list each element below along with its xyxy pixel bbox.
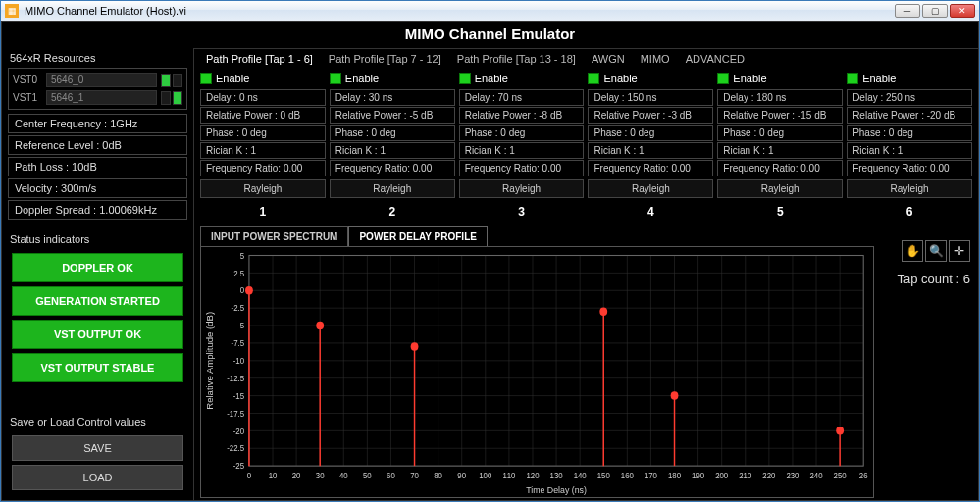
vst1-value[interactable]: 5646_1: [46, 90, 157, 105]
tap-1-power[interactable]: Relative Power : 0 dB: [200, 107, 326, 124]
tap-6-power[interactable]: Relative Power : -20 dB: [847, 107, 972, 124]
pan-tool-icon[interactable]: ✋: [902, 240, 923, 262]
tap-2-number: 2: [330, 199, 455, 219]
tap-3-enable[interactable]: Enable: [459, 71, 585, 88]
status-generation-started: GENERATION STARTED: [12, 286, 183, 316]
tap-2-rician[interactable]: Rician K : 1: [330, 142, 455, 159]
tap-3-rician[interactable]: Rician K : 1: [459, 142, 585, 159]
tap-2-enable[interactable]: Enable: [330, 71, 455, 88]
tap-2-rayleigh-button[interactable]: Rayleigh: [330, 179, 455, 198]
svg-text:-17.5: -17.5: [227, 409, 244, 418]
tap-1-rician[interactable]: Rician K : 1: [200, 142, 326, 159]
svg-text:80: 80: [434, 472, 442, 480]
svg-text:-22.5: -22.5: [227, 444, 244, 453]
plot-tab-input-spectrum[interactable]: INPUT POWER SPECTRUM: [200, 226, 348, 246]
tab-tap7-12[interactable]: Path Profile [Tap 7 - 12]: [329, 53, 441, 65]
tap-4-enable[interactable]: Enable: [588, 71, 713, 88]
svg-text:160: 160: [621, 472, 634, 480]
tab-tap13-18[interactable]: Path Profile [Tap 13 - 18]: [457, 53, 576, 65]
tab-advanced[interactable]: ADVANCED: [686, 53, 745, 65]
tap-4-freq[interactable]: Frequency Ratio: 0.00: [588, 160, 713, 176]
tap-3-phase[interactable]: Phase : 0 deg: [459, 125, 585, 141]
taps-row: EnableDelay : 0 nsRelative Power : 0 dBP…: [194, 71, 978, 223]
window-minimize-button[interactable]: ─: [895, 4, 920, 18]
tap-1-phase[interactable]: Phase : 0 deg: [200, 125, 326, 141]
svg-text:90: 90: [457, 472, 466, 480]
tap-4-phase[interactable]: Phase : 0 deg: [588, 125, 713, 141]
tap-4-rayleigh-button[interactable]: Rayleigh: [588, 179, 713, 198]
tap-5-rayleigh-button[interactable]: Rayleigh: [717, 179, 843, 198]
svg-text:-15: -15: [233, 391, 245, 400]
tab-tap1-6[interactable]: Path Profile [Tap 1 - 6]: [206, 53, 313, 65]
tap-5-power[interactable]: Relative Power : -15 dB: [717, 107, 843, 124]
svg-text:220: 220: [762, 472, 775, 480]
tap-6-rician[interactable]: Rician K : 1: [847, 142, 972, 159]
app-icon: ▦: [5, 4, 19, 18]
param-path-loss[interactable]: Path Loss : 10dB: [8, 157, 187, 176]
chart[interactable]: 0102030405060708090100110120130140150160…: [200, 246, 874, 498]
svg-text:110: 110: [502, 472, 515, 480]
tap-5-rician[interactable]: Rician K : 1: [717, 142, 843, 159]
window-maximize-button[interactable]: ▢: [922, 4, 948, 18]
tap-1-delay[interactable]: Delay : 0 ns: [200, 89, 326, 106]
tab-awgn[interactable]: AWGN: [592, 53, 625, 65]
load-button[interactable]: LOAD: [12, 465, 183, 490]
tap-6-delay[interactable]: Delay : 250 ns: [847, 89, 972, 106]
status-doppler-ok: DOPPLER OK: [12, 253, 183, 282]
tap-2-power[interactable]: Relative Power : -5 dB: [330, 107, 455, 124]
tap-6-enable[interactable]: Enable: [847, 71, 972, 88]
param-ref-level[interactable]: Reference Level : 0dB: [8, 135, 187, 155]
tap-2-phase[interactable]: Phase : 0 deg: [330, 125, 455, 141]
window-titlebar: ▦ MIMO Channel Emulator (Host).vi ─ ▢ ✕: [1, 1, 979, 21]
tap-4-number: 4: [588, 199, 713, 219]
tap-1-enable[interactable]: Enable: [200, 71, 326, 88]
tap-5-phase[interactable]: Phase : 0 deg: [717, 125, 843, 141]
svg-text:5: 5: [240, 251, 245, 260]
status-vst-output-ok: VST OUTPUT OK: [12, 320, 183, 349]
tap-3-number: 3: [459, 199, 585, 219]
tap-6-phase[interactable]: Phase : 0 deg: [847, 125, 972, 141]
resources-title: 564xR Resources: [8, 48, 187, 68]
window-title: MIMO Channel Emulator (Host).vi: [25, 5, 895, 17]
param-center-freq[interactable]: Center Frequency : 1GHz: [8, 114, 187, 133]
svg-text:100: 100: [479, 472, 491, 480]
window-close-button[interactable]: ✕: [950, 4, 975, 18]
tap-5-freq[interactable]: Frequency Ratio: 0.00: [717, 160, 843, 176]
tap-6-rayleigh-button[interactable]: Rayleigh: [847, 179, 972, 198]
svg-text:230: 230: [786, 472, 799, 480]
plot-tab-power-delay[interactable]: POWER DELAY PROFILE: [348, 226, 487, 246]
tap-1-rayleigh-button[interactable]: Rayleigh: [200, 179, 326, 198]
save-button[interactable]: SAVE: [12, 435, 183, 461]
tap-5: EnableDelay : 180 nsRelative Power : -15…: [717, 71, 843, 219]
tab-mimo[interactable]: MIMO: [641, 53, 670, 65]
svg-point-92: [836, 427, 844, 435]
vst1-row: VST1 5646_1: [13, 90, 182, 105]
svg-text:0: 0: [240, 286, 245, 295]
tap-4-delay[interactable]: Delay : 150 ns: [588, 89, 713, 106]
svg-text:-7.5: -7.5: [232, 339, 245, 348]
enable-indicator-icon: [588, 73, 599, 84]
param-velocity[interactable]: Velocity : 300m/s: [8, 178, 187, 198]
tap-6-freq[interactable]: Frequency Ratio: 0.00: [847, 160, 972, 176]
svg-text:-2.5: -2.5: [232, 304, 245, 313]
enable-indicator-icon: [847, 73, 858, 84]
crosshair-tool-icon[interactable]: ✛: [949, 240, 970, 262]
svg-text:2.5: 2.5: [233, 269, 244, 277]
tap-1-freq[interactable]: Frequency Ratio: 0.00: [200, 160, 326, 176]
tap-3-delay[interactable]: Delay : 70 ns: [459, 89, 585, 106]
tap-2-freq[interactable]: Frequency Ratio: 0.00: [330, 160, 455, 176]
tap-5-delay[interactable]: Delay : 180 ns: [717, 89, 843, 106]
tap-3: EnableDelay : 70 nsRelative Power : -8 d…: [459, 71, 585, 219]
vst0-value[interactable]: 5646_0: [46, 73, 157, 87]
tap-5-enable[interactable]: Enable: [717, 71, 843, 88]
tap-3-rayleigh-button[interactable]: Rayleigh: [459, 179, 585, 198]
tap-2-delay[interactable]: Delay : 30 ns: [330, 89, 455, 106]
tap-4-power[interactable]: Relative Power : -3 dB: [588, 107, 713, 124]
tap-4-rician[interactable]: Rician K : 1: [588, 142, 713, 159]
enable-indicator-icon: [330, 73, 341, 84]
tap-3-freq[interactable]: Frequency Ratio: 0.00: [459, 160, 585, 176]
zoom-tool-icon[interactable]: 🔍: [925, 240, 947, 262]
param-doppler-spread[interactable]: Doppler Spread : 1.00069kHz: [8, 200, 187, 220]
svg-text:250: 250: [834, 472, 847, 480]
tap-3-power[interactable]: Relative Power : -8 dB: [459, 107, 585, 124]
